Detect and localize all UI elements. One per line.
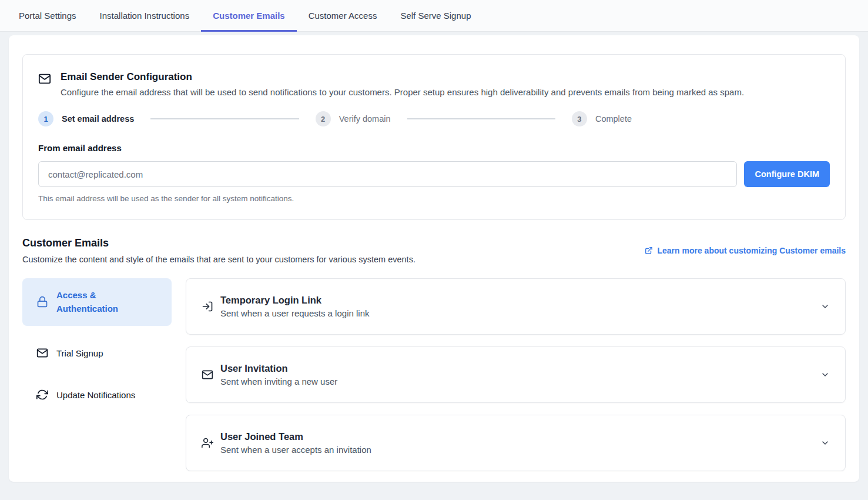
learn-more-label: Learn more about customizing Customer em… — [657, 246, 846, 255]
main-panel: Email Sender Configuration Configure the… — [9, 35, 859, 482]
step-1-circle: 1 — [38, 111, 53, 126]
chevron-down-icon[interactable] — [820, 370, 830, 379]
from-email-input[interactable] — [38, 161, 737, 187]
chevron-down-icon[interactable] — [820, 302, 830, 311]
setup-stepper: 1 Set email address 2 Verify domain 3 Co… — [38, 111, 632, 126]
sidebar-item-access-authentication[interactable]: Access & Authentication — [22, 278, 172, 326]
email-category-sidebar: Access & Authentication Trial Signup Upd… — [22, 278, 172, 409]
refresh-icon — [36, 389, 48, 401]
email-card-title: User Invitation — [220, 363, 813, 374]
page-background: Email Sender Configuration Configure the… — [0, 32, 868, 496]
email-template-list: Temporary Login Link Sent when a user re… — [186, 278, 846, 471]
email-sender-config-card: Email Sender Configuration Configure the… — [22, 54, 846, 220]
email-card-temporary-login-link[interactable]: Temporary Login Link Sent when a user re… — [186, 278, 846, 335]
step-2-circle: 2 — [316, 111, 331, 126]
chevron-down-icon[interactable] — [820, 438, 830, 448]
configure-dkim-button[interactable]: Configure DKIM — [744, 161, 830, 187]
email-card-subtitle: Sent when inviting a new user — [220, 376, 813, 386]
email-card-user-joined-team[interactable]: User Joined Team Sent when a user accept… — [186, 415, 846, 471]
step-1-label: Set email address — [62, 114, 134, 124]
step-connector — [407, 118, 555, 119]
sidebar-item-trial-signup[interactable]: Trial Signup — [22, 339, 172, 368]
external-link-icon — [645, 246, 653, 255]
step-3-circle: 3 — [572, 111, 587, 126]
sidebar-item-label: Update Notifications — [56, 388, 135, 402]
tab-bar: Portal Settings Installation Instruction… — [0, 0, 868, 32]
from-email-helper-text: This email address will be used as the s… — [38, 194, 830, 203]
lock-icon — [36, 296, 48, 308]
email-card-title: Temporary Login Link — [220, 295, 813, 306]
mail-icon — [36, 347, 48, 359]
email-card-subtitle: Sent when a user requests a login link — [220, 308, 813, 318]
user-plus-icon — [202, 437, 213, 449]
mail-icon — [38, 72, 51, 85]
sidebar-item-label: Access & Authentication — [56, 288, 160, 316]
tab-customer-emails[interactable]: Customer Emails — [201, 0, 297, 31]
customer-emails-title: Customer Emails — [22, 237, 415, 249]
mail-icon — [202, 369, 213, 381]
from-email-label: From email address — [38, 143, 830, 153]
customer-emails-description: Customize the content and style of the e… — [22, 255, 415, 264]
learn-more-link[interactable]: Learn more about customizing Customer em… — [645, 246, 846, 255]
tab-portal-settings[interactable]: Portal Settings — [7, 0, 88, 31]
sender-config-title: Email Sender Configuration — [61, 71, 744, 83]
sidebar-item-label: Trial Signup — [56, 346, 103, 360]
email-card-user-invitation[interactable]: User Invitation Sent when inviting a new… — [186, 346, 846, 403]
step-connector — [150, 118, 299, 119]
tab-installation-instructions[interactable]: Installation Instructions — [88, 0, 202, 31]
tab-self-serve-signup[interactable]: Self Serve Signup — [388, 0, 482, 31]
step-3-label: Complete — [595, 114, 632, 124]
login-icon — [202, 301, 213, 312]
tab-customer-access[interactable]: Customer Access — [297, 0, 389, 31]
step-2-label: Verify domain — [339, 114, 391, 124]
sender-config-description: Configure the email address that will be… — [61, 87, 744, 97]
sidebar-item-update-notifications[interactable]: Update Notifications — [22, 381, 172, 409]
email-card-title: User Joined Team — [220, 431, 813, 442]
email-card-subtitle: Sent when a user accepts an invitation — [220, 445, 813, 455]
